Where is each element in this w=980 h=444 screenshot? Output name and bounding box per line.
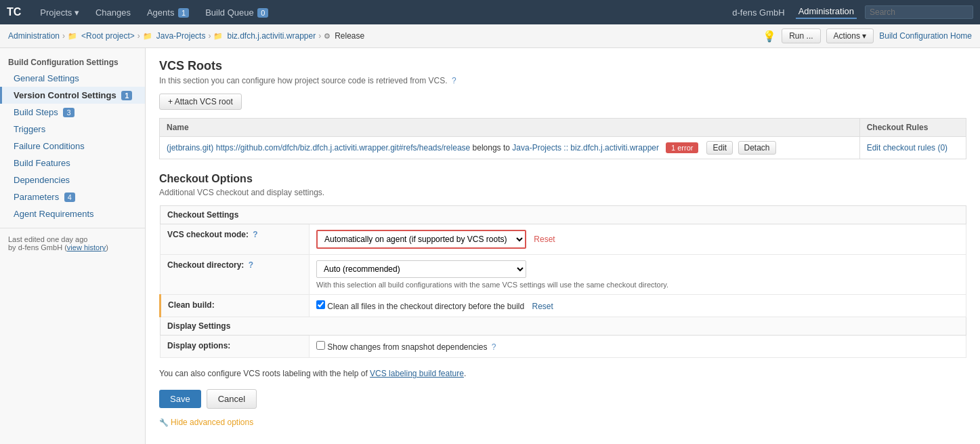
- display-options-help-icon[interactable]: ?: [492, 342, 496, 352]
- save-button[interactable]: Save: [159, 390, 201, 408]
- vcs-checkout-mode-select[interactable]: Automatically on agent (if supported by …: [316, 230, 526, 249]
- sidebar-item-agent-requirements[interactable]: Agent Requirements: [0, 205, 145, 222]
- clean-build-reset[interactable]: Reset: [532, 302, 553, 311]
- vcs-root-name-link[interactable]: https://github.com/dfch/biz.dfch.j.activ…: [216, 143, 471, 153]
- nav-dfens[interactable]: d-fens GmbH: [729, 7, 787, 18]
- vcs-root-prefix-link[interactable]: (jetbrains.git): [167, 143, 213, 153]
- breadcrumb-release: Release: [335, 31, 364, 41]
- breadcrumb-activiti[interactable]: biz.dfch.j.activiti.wrapper: [227, 31, 316, 41]
- nav-agents[interactable]: Agents 1: [144, 7, 192, 18]
- checkout-directory-select[interactable]: Auto (recommended) Custom: [316, 260, 526, 278]
- checkout-directory-cell: Auto (recommended) Custom With this sele…: [310, 255, 966, 295]
- vcs-root-row: (jetbrains.git) https://github.com/dfch/…: [160, 137, 966, 159]
- nav-administration[interactable]: Administration: [796, 6, 857, 19]
- clean-build-cell: Clean all files in the checkout director…: [310, 295, 966, 317]
- sidebar-item-general-settings[interactable]: General Settings: [0, 70, 145, 87]
- sidebar-item-dependencies[interactable]: Dependencies: [0, 171, 145, 188]
- form-buttons: Save Cancel: [159, 389, 966, 409]
- vcs-checkout-mode-row: VCS checkout mode: ? Automatically on ag…: [161, 224, 966, 255]
- sidebar-item-build-steps[interactable]: Build Steps 3: [0, 104, 145, 121]
- checkout-settings-header-row: Checkout Settings: [161, 206, 966, 224]
- display-options-cell: Show changes from snapshot dependencies …: [310, 336, 966, 358]
- vcs-help-icon[interactable]: ?: [452, 76, 456, 85]
- vcs-roots-description: In this section you can configure how pr…: [159, 76, 966, 85]
- checkout-directory-row: Checkout directory: ? Auto (recommended)…: [161, 255, 966, 295]
- sidebar-item-version-control[interactable]: Version Control Settings 1: [0, 87, 145, 104]
- search-input[interactable]: [865, 5, 973, 19]
- vcs-badge: 1: [121, 91, 132, 100]
- info-text: You can also configure VCS roots labelin…: [159, 369, 966, 378]
- checkout-options-title: Checkout Options: [159, 173, 966, 185]
- checkout-dir-hint: With this selection all build configurat…: [316, 281, 959, 289]
- table-header-name: Name: [160, 119, 860, 137]
- vcs-error-badge: 1 error: [666, 142, 698, 153]
- agents-badge: 1: [178, 8, 189, 18]
- vcs-roots-title: VCS Roots: [159, 59, 966, 73]
- main-layout: Build Configuration Settings General Set…: [0, 48, 980, 444]
- clean-build-description: Clean all files in the checkout director…: [327, 302, 524, 311]
- display-settings-header-row: Display Settings: [161, 317, 966, 336]
- nav-build-queue[interactable]: Build Queue 0: [203, 7, 271, 18]
- sidebar-item-build-features[interactable]: Build Features: [0, 155, 145, 171]
- sidebar-item-triggers[interactable]: Triggers: [0, 121, 145, 138]
- sidebar-item-parameters[interactable]: Parameters 4: [0, 188, 145, 205]
- clean-build-checkbox[interactable]: [316, 300, 325, 309]
- table-header-checkout-rules: Checkout Rules: [859, 119, 966, 137]
- vcs-checkout-mode-reset[interactable]: Reset: [534, 235, 555, 244]
- display-options-label: Display options:: [161, 336, 310, 358]
- run-button[interactable]: Run ...: [782, 28, 820, 43]
- build-steps-badge: 3: [63, 108, 74, 117]
- vcs-project-link[interactable]: Java-Projects :: biz.dfch.j.activiti.wra…: [512, 143, 659, 153]
- build-config-home-link[interactable]: Build Configuration Home: [879, 31, 972, 41]
- vcs-checkout-mode-cell: Automatically on agent (if supported by …: [310, 224, 966, 255]
- breadcrumb-bar: Administration › 📁 <Root project> › 📁 Ja…: [0, 24, 980, 48]
- java-projects-icon: 📁: [143, 32, 152, 41]
- checkout-settings-table: Checkout Settings VCS checkout mode: ? A…: [159, 205, 966, 358]
- release-icon: ⚙: [324, 32, 331, 41]
- cancel-button[interactable]: Cancel: [207, 389, 257, 409]
- logo: TC: [7, 6, 21, 18]
- breadcrumb-actions: 💡 Run ... Actions ▾ Build Configuration …: [763, 28, 972, 43]
- parameters-badge: 4: [64, 193, 75, 202]
- nav-changes[interactable]: Changes: [93, 7, 133, 18]
- display-settings-header: Display Settings: [161, 317, 966, 336]
- checkout-settings-header: Checkout Settings: [161, 206, 966, 224]
- nav-projects[interactable]: Projects ▾: [37, 7, 82, 18]
- attach-vcs-root-button[interactable]: Attach VCS root: [159, 94, 242, 110]
- vcs-checkout-rules-link[interactable]: Edit checkout rules (0): [867, 143, 947, 153]
- vcs-belongs-to-text: belongs to: [473, 143, 513, 153]
- main-content: VCS Roots In this section you can config…: [146, 48, 980, 444]
- advanced-options-link[interactable]: Hide advanced options: [159, 418, 253, 427]
- breadcrumb-java-projects[interactable]: Java-Projects: [156, 31, 206, 41]
- root-project-icon: 📁: [68, 32, 77, 41]
- vcs-checkout-rules-cell: Edit checkout rules (0): [859, 137, 966, 159]
- vcs-roots-table: Name Checkout Rules (jetbrains.git) http…: [159, 118, 966, 159]
- vcs-root-name-cell: (jetbrains.git) https://github.com/dfch/…: [160, 137, 860, 159]
- display-options-row: Display options: Show changes from snaps…: [161, 336, 966, 358]
- checkout-mode-help-icon[interactable]: ?: [253, 230, 257, 239]
- clean-build-row: Clean build: Clean all files in the chec…: [161, 295, 966, 317]
- checkout-directory-label: Checkout directory: ?: [161, 255, 310, 295]
- checkout-dir-help-icon[interactable]: ?: [249, 260, 253, 270]
- display-options-checkbox[interactable]: [316, 341, 325, 350]
- sidebar-item-failure-conditions[interactable]: Failure Conditions: [0, 138, 145, 155]
- actions-button[interactable]: Actions ▾: [826, 28, 874, 43]
- breadcrumb: Administration › 📁 <Root project> › 📁 Ja…: [8, 31, 364, 41]
- sidebar-last-edited: Last edited one day ago by d-fens GmbH (…: [0, 228, 145, 258]
- lightbulb-icon: 💡: [763, 30, 776, 43]
- breadcrumb-root-project[interactable]: <Root project>: [81, 31, 135, 41]
- clean-build-label: Clean build:: [161, 295, 310, 317]
- vcs-labeling-link[interactable]: VCS labeling build feature: [370, 369, 464, 378]
- sidebar: Build Configuration Settings General Set…: [0, 48, 146, 444]
- vcs-detach-button[interactable]: Detach: [738, 141, 776, 155]
- top-navigation: TC Projects ▾ Changes Agents 1 Build Que…: [0, 0, 980, 24]
- sidebar-section-title: Build Configuration Settings: [0, 54, 145, 70]
- activiti-icon: 📁: [213, 32, 223, 41]
- build-queue-badge: 0: [257, 8, 268, 18]
- vcs-checkout-mode-label: VCS checkout mode: ?: [161, 224, 310, 255]
- checkout-options-desc: Additional VCS checkout and display sett…: [159, 188, 966, 197]
- view-history-link[interactable]: view history: [67, 243, 106, 251]
- vcs-edit-button[interactable]: Edit: [706, 141, 733, 155]
- display-options-description: Show changes from snapshot dependencies: [327, 342, 487, 352]
- breadcrumb-administration[interactable]: Administration: [8, 31, 60, 41]
